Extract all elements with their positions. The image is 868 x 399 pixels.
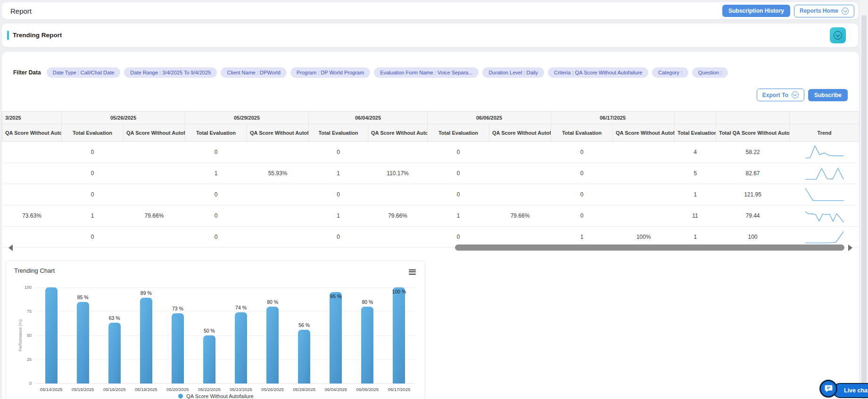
column-header: Trend xyxy=(790,124,860,142)
filter-pill[interactable]: Date Range : 3/4/2025 To 9/4/2025 xyxy=(124,67,217,78)
bar-value-label: 85 % xyxy=(68,294,98,300)
report-panel: Filter Data Date Type : Call/Chat DateDa… xyxy=(2,52,859,399)
scroll-right-arrow-icon[interactable] xyxy=(848,244,852,251)
column-header: Total Evaluation xyxy=(428,124,489,142)
trend-sparkline xyxy=(804,144,844,161)
column-header: Total Evaluation xyxy=(185,124,247,142)
y-axis-tick: 25 xyxy=(11,357,32,362)
table-cell: 0 xyxy=(185,205,247,227)
x-axis-label: 05/26/2025 xyxy=(257,387,289,392)
column-header: QA Score Without Autofail xyxy=(2,124,62,142)
table-cell: 110.17% xyxy=(368,163,428,184)
trend-sparkline xyxy=(804,228,844,245)
column-header: QA Score Without Autofail xyxy=(247,124,309,142)
bar-05/23/2025 xyxy=(235,312,247,383)
filter-pill[interactable]: Category : xyxy=(652,67,688,78)
table-cell: 0 xyxy=(551,184,613,205)
live-chat-button[interactable]: Live chat xyxy=(819,380,867,399)
table-cell xyxy=(613,205,675,227)
table-horizontal-scrollbar[interactable] xyxy=(2,244,859,252)
table-cell: 0 xyxy=(185,184,247,205)
live-chat-label: Live chat xyxy=(833,383,868,398)
x-axis-label: 05/29/2025 xyxy=(289,387,320,392)
filter-row: Filter Data Date Type : Call/Chat DateDa… xyxy=(13,67,728,78)
x-axis-label: 05/14/2025 xyxy=(35,387,67,392)
table-cell: 5 xyxy=(675,163,716,184)
trend-sparkline xyxy=(804,186,844,203)
table-cell xyxy=(124,163,185,184)
table-cell: 1 xyxy=(309,205,368,227)
export-to-button[interactable]: Export To xyxy=(757,89,804,101)
filter-pill[interactable]: Program : DP World Program xyxy=(290,67,370,78)
table-cell xyxy=(613,184,675,205)
table-cell xyxy=(2,163,62,184)
bar-05/19/2025 xyxy=(140,298,152,383)
column-header: Total Evaluation xyxy=(309,124,368,142)
table-cell xyxy=(489,184,551,205)
column-header: QA Score Without Autofail xyxy=(613,124,675,142)
table-cell: 0 xyxy=(428,142,489,163)
date-group-header: 06/04/2025 xyxy=(309,112,428,124)
table-cell: 0 xyxy=(551,142,613,163)
vertical-scrollbar-thumb[interactable] xyxy=(861,15,867,399)
table-cell xyxy=(124,184,185,205)
section-accent-bar xyxy=(7,31,9,40)
bar-05/22/2025 xyxy=(203,335,215,383)
table-cell xyxy=(613,163,675,184)
bar-value-label: 50 % xyxy=(194,328,224,334)
column-header: Total Evaluation xyxy=(62,124,124,142)
bar-chart: 0255075100Performance (%)05/14/202585 %0… xyxy=(6,261,426,399)
chevron-down-circle-icon xyxy=(834,31,842,40)
subscription-history-button[interactable]: Subscription History xyxy=(722,5,790,17)
table-cell: 1 xyxy=(428,205,489,227)
export-to-label: Export To xyxy=(762,92,788,98)
table-cell xyxy=(2,142,62,163)
date-group-header: 06/06/2025 xyxy=(428,112,551,124)
date-group-header xyxy=(675,112,716,124)
date-group-header xyxy=(716,112,790,124)
x-axis-label: 06/04/2025 xyxy=(320,387,352,392)
scroll-left-arrow-icon[interactable] xyxy=(8,244,13,251)
filter-pill[interactable]: Criteria : QA Score Without Autofailure xyxy=(548,67,648,78)
table-cell: 0 xyxy=(551,163,613,184)
table-cell: 0 xyxy=(62,163,124,184)
top-bar: Report Subscription History Reports Home xyxy=(2,2,858,19)
trend-sparkline xyxy=(804,165,844,182)
filter-pill[interactable]: Question : xyxy=(692,67,728,78)
page-vertical-scrollbar[interactable] xyxy=(860,0,868,399)
date-group-header: 3/2025 xyxy=(2,112,62,124)
subscribe-button[interactable]: Subscribe xyxy=(808,89,848,101)
gridline xyxy=(35,383,415,384)
x-axis-label: 05/16/2025 xyxy=(99,387,130,392)
column-header: Total Evaluation xyxy=(675,124,716,142)
reports-home-button[interactable]: Reports Home xyxy=(794,5,854,17)
bar-05/15/2025 xyxy=(77,302,89,383)
bar-value-label: 80 % xyxy=(257,299,288,305)
filter-pill[interactable]: Date Type : Call/Chat Date xyxy=(47,67,121,78)
table-cell xyxy=(489,142,551,163)
legend-dot-icon xyxy=(178,394,183,399)
table-cell: 11 xyxy=(675,205,716,227)
collapse-section-button[interactable] xyxy=(830,27,846,43)
date-group-header: 05/29/2025 xyxy=(185,112,309,124)
table-row: 0155.93%1110.17%00582.67 xyxy=(2,163,860,184)
filter-pill[interactable]: Evaluation Form Name : Voice Separa... xyxy=(374,67,479,78)
bar-06/04/2025 xyxy=(330,292,342,383)
bar-06/17/2025 xyxy=(393,287,405,383)
table-cell: 1 xyxy=(185,163,247,184)
trending-report-header: Trending Report xyxy=(2,24,858,47)
bar-value-label: 89 % xyxy=(131,290,161,296)
filter-pill[interactable]: Client Name : DPWorld xyxy=(221,67,287,78)
table-cell: 79.66% xyxy=(368,205,428,227)
table-cell xyxy=(124,142,185,163)
chat-bubble-icon xyxy=(819,380,837,398)
bar-value-label: 95 % xyxy=(321,293,351,299)
gridline xyxy=(35,287,415,288)
x-axis-label: 05/15/2025 xyxy=(67,387,99,392)
y-axis-tick: 75 xyxy=(11,309,32,314)
table-cell xyxy=(368,142,428,163)
y-axis-label: Performance (%) xyxy=(18,319,23,351)
table-cell xyxy=(247,205,309,227)
filter-pill[interactable]: Duration Level : Daily xyxy=(482,67,544,78)
horizontal-scrollbar-thumb[interactable] xyxy=(455,244,844,251)
